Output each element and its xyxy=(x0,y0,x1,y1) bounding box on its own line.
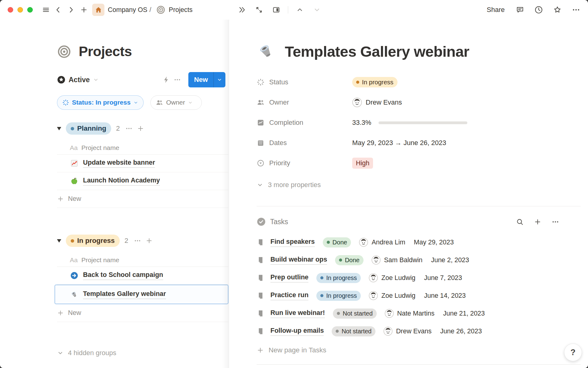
breadcrumb-page[interactable]: Projects xyxy=(169,6,193,14)
sidebar-menu-icon[interactable] xyxy=(41,5,51,15)
favorite-star-icon[interactable] xyxy=(552,5,563,15)
collapse-peek-icon[interactable] xyxy=(236,4,247,15)
property-value-dates[interactable]: May 29, 2023 → June 26, 2023 xyxy=(352,139,446,147)
project-row-launch-notion-academy[interactable]: Launch Notion Academy xyxy=(57,172,228,190)
group-add-icon[interactable] xyxy=(137,125,144,132)
property-label-status[interactable]: Status xyxy=(257,78,352,86)
previous-page-icon[interactable] xyxy=(294,4,305,15)
new-row-label: New xyxy=(68,309,81,317)
column-header[interactable]: Aa Project name xyxy=(57,253,228,267)
share-button[interactable]: Share xyxy=(485,5,507,15)
view-options-icon[interactable] xyxy=(172,74,183,85)
breadcrumb-workspace[interactable]: Company OS xyxy=(108,6,147,14)
minimize-window-button[interactable] xyxy=(17,7,23,13)
task-date: June 14, 2023 xyxy=(424,292,466,300)
property-label-owner[interactable]: Owner xyxy=(257,98,352,106)
expand-fullpage-icon[interactable] xyxy=(254,4,265,15)
project-row-update-website-banner[interactable]: Update website banner xyxy=(57,155,228,172)
filter-chip-owner[interactable]: Owner xyxy=(150,95,202,110)
group-planning: Planning 2 Aa Project name Update websit… xyxy=(57,122,229,208)
zoom-window-button[interactable] xyxy=(27,7,33,13)
group-add-icon[interactable] xyxy=(145,237,153,244)
group-pill-planning[interactable]: Planning xyxy=(66,122,111,135)
view-controls-row: Active New xyxy=(57,72,229,88)
task-status-pill[interactable]: In progress xyxy=(316,291,361,301)
task-status-pill[interactable]: Done xyxy=(323,237,351,247)
status-dot xyxy=(320,276,323,279)
next-page-icon[interactable] xyxy=(311,4,322,15)
property-label: Dates xyxy=(269,139,287,147)
tasks-more-icon[interactable] xyxy=(550,217,560,227)
close-window-button[interactable] xyxy=(8,7,13,13)
task-status-pill[interactable]: Not started xyxy=(332,326,375,336)
green-apple-icon xyxy=(70,177,78,185)
project-title: Templates Gallery webinar xyxy=(83,290,166,299)
new-row-button[interactable]: New xyxy=(57,304,228,322)
task-status-pill[interactable]: In progress xyxy=(316,273,361,283)
property-label-completion[interactable]: Completion xyxy=(257,119,352,127)
status-dot xyxy=(339,259,342,262)
search-icon[interactable] xyxy=(514,217,525,227)
help-button[interactable]: ? xyxy=(564,343,582,361)
property-value-owner[interactable]: Drew Evans xyxy=(352,98,402,107)
property-row-owner: Owner Drew Evans xyxy=(257,92,581,113)
project-row-back-to-school-campaign[interactable]: Back to School campaign xyxy=(57,267,228,285)
projects-database-panel: Projects Active New xyxy=(0,20,229,368)
column-header[interactable]: Aa Project name xyxy=(57,141,228,155)
task-assignee: Andrea Lim xyxy=(371,239,405,246)
task-row-follow-up-emails[interactable]: Follow-up emails Not started Drew Evans … xyxy=(257,322,581,340)
task-row-prep-outline[interactable]: Prep outline In progress Zoe Ludwig June… xyxy=(257,269,581,287)
nav-forward-button[interactable] xyxy=(66,5,76,15)
property-label: Completion xyxy=(269,119,303,127)
filter-chip-status[interactable]: Status: In progress xyxy=(57,95,144,110)
hidden-groups-toggle[interactable]: 4 hidden groups xyxy=(57,348,229,358)
page-title[interactable]: Templates Gallery webinar xyxy=(285,43,469,60)
property-label-dates[interactable]: Dates xyxy=(257,139,352,147)
speaker-icon xyxy=(70,290,78,299)
task-row-build-webinar-ops[interactable]: Build webinar ops Done Sam Baldwin June … xyxy=(257,251,581,269)
status-value: Not started xyxy=(341,328,371,335)
workspace-home-icon[interactable] xyxy=(92,4,104,16)
priority-tag-high: High xyxy=(352,158,373,169)
group-pill-in-progress[interactable]: In progress xyxy=(66,235,120,247)
speaker-page-icon[interactable] xyxy=(257,42,276,61)
comments-icon[interactable] xyxy=(515,5,525,15)
status-value: Done xyxy=(333,239,347,246)
property-value-status[interactable]: In progress xyxy=(352,77,398,87)
task-row-practice-run[interactable]: Practice run In progress Zoe Ludwig June… xyxy=(257,287,581,305)
new-row-button[interactable]: New xyxy=(57,190,228,208)
calendar-icon xyxy=(257,139,265,147)
collapse-triangle-icon[interactable] xyxy=(57,239,61,243)
project-title: Back to School campaign xyxy=(83,271,163,280)
task-status-pill[interactable]: Done xyxy=(335,255,364,265)
more-properties-toggle[interactable]: 3 more properties xyxy=(257,178,581,192)
add-task-icon[interactable] xyxy=(532,217,543,227)
group-more-icon[interactable] xyxy=(125,125,133,132)
nav-back-button[interactable] xyxy=(53,5,63,15)
new-button-dropdown[interactable] xyxy=(214,72,225,87)
task-status-pill[interactable]: Not started xyxy=(333,309,377,319)
side-peek-icon[interactable] xyxy=(271,4,282,15)
more-options-icon[interactable] xyxy=(571,5,581,15)
tasks-title[interactable]: Tasks xyxy=(270,218,288,226)
group-header: In progress 2 xyxy=(57,234,229,247)
new-button[interactable]: New xyxy=(188,72,213,87)
group-more-icon[interactable] xyxy=(134,237,141,244)
task-title: Practice run xyxy=(270,291,308,300)
history-icon[interactable] xyxy=(533,5,544,15)
property-value-priority[interactable]: High xyxy=(352,158,373,169)
task-row-run-live-webinar[interactable]: Run live webinar! Not started Nate Marti… xyxy=(257,305,581,322)
automations-bolt-icon[interactable] xyxy=(161,74,172,85)
new-page-in-tasks-button[interactable]: New page in Tasks xyxy=(257,343,581,358)
property-label-priority[interactable]: Priority xyxy=(257,159,352,167)
collapse-triangle-icon[interactable] xyxy=(57,127,61,130)
plus-icon xyxy=(57,195,64,202)
view-tab-active[interactable]: Active xyxy=(57,75,99,84)
status-spinner-icon xyxy=(62,99,69,106)
task-row-find-speakers[interactable]: Find speakers Done Andrea Lim May 29, 20… xyxy=(257,233,581,251)
project-title: Update website banner xyxy=(83,159,155,168)
text-property-icon: Aa xyxy=(70,144,78,151)
project-row-templates-gallery-webinar-selected[interactable]: Templates Gallery webinar xyxy=(55,285,228,304)
database-title[interactable]: Projects xyxy=(79,44,132,59)
new-tab-button[interactable] xyxy=(79,5,89,15)
